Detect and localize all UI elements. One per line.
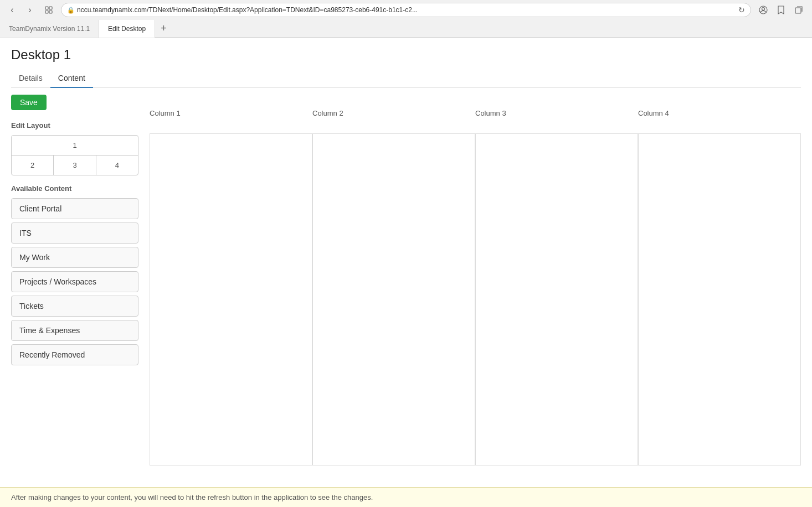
column-wrapper-3: Column 3 (475, 121, 638, 465)
app-tabs: Details Content (11, 69, 801, 88)
back-button[interactable]: ‹ (6, 3, 19, 17)
browser-tab-2[interactable]: Edit Desktop (99, 20, 155, 38)
column-wrapper-1: Column 1 (150, 121, 312, 465)
tab-manager-button[interactable] (791, 2, 806, 18)
column-3[interactable] (475, 133, 638, 465)
footer-notice-text: After making changes to your content, yo… (11, 493, 373, 501)
column-2[interactable] (312, 133, 475, 465)
svg-rect-1 (49, 7, 52, 9)
tab-bar: TeamDynamix Version 11.1 Edit Desktop + (0, 20, 812, 38)
svg-rect-3 (49, 11, 52, 13)
column-wrapper-4: Column 4 (638, 121, 801, 465)
url-text: nccu.teamdynamix.com/TDNext/Home/Desktop… (77, 6, 418, 14)
column-wrapper-2: Column 2 (312, 121, 475, 465)
browser-toolbar: ‹ › 🔒 nccu.teamdynamix.com/TDNext/Home/D… (0, 0, 812, 20)
layout-cell-2[interactable]: 2 (12, 156, 54, 175)
profile-button[interactable] (756, 2, 771, 18)
content-list: Client PortalITSMy WorkProjects / Worksp… (11, 198, 138, 365)
content-item-1[interactable]: ITS (11, 223, 138, 244)
bookmark-button[interactable] (773, 2, 789, 18)
edit-layout-label: Edit Layout (11, 121, 138, 130)
svg-point-5 (762, 8, 765, 11)
column-header-4: Column 4 (638, 109, 669, 117)
browser-right-icons (756, 2, 806, 18)
forward-button[interactable]: › (23, 3, 37, 17)
column-header-2: Column 2 (312, 109, 343, 117)
tab-details[interactable]: Details (11, 69, 50, 88)
available-content-label: Available Content (11, 184, 138, 193)
content-item-4[interactable]: Tickets (11, 296, 138, 317)
lock-icon: 🔒 (67, 7, 75, 14)
layout-row-2: 2 3 4 (12, 156, 138, 175)
content-item-0[interactable]: Client Portal (11, 198, 138, 219)
footer-notice: After making changes to your content, yo… (0, 487, 812, 506)
left-panel: Edit Layout 1 2 3 4 Available Content Cl… (11, 121, 138, 369)
layout-row-1: 1 (12, 136, 138, 156)
svg-rect-0 (45, 7, 48, 9)
column-4[interactable] (638, 133, 801, 465)
content-item-2[interactable]: My Work (11, 247, 138, 268)
content-item-6[interactable]: Recently Removed (11, 344, 138, 365)
layout-grid: 1 2 3 4 (11, 135, 138, 175)
save-button[interactable]: Save (11, 95, 47, 110)
column-header-3: Column 3 (475, 109, 506, 117)
reload-button[interactable]: ↻ (738, 6, 745, 14)
column-1[interactable] (150, 133, 312, 465)
layout-cell-full[interactable]: 1 (12, 136, 138, 155)
edit-area: Edit Layout 1 2 3 4 Available Content Cl… (11, 121, 801, 465)
svg-rect-6 (795, 8, 801, 13)
tab-content[interactable]: Content (50, 69, 93, 88)
address-bar[interactable]: 🔒 nccu.teamdynamix.com/TDNext/Home/Deskt… (61, 3, 751, 17)
browser-tab-1[interactable]: TeamDynamix Version 11.1 (0, 20, 99, 38)
content-item-5[interactable]: Time & Expenses (11, 320, 138, 341)
view-button[interactable] (41, 2, 56, 18)
content-item-3[interactable]: Projects / Workspaces (11, 271, 138, 292)
new-tab-button[interactable]: + (155, 20, 172, 38)
layout-cell-3[interactable]: 3 (54, 156, 96, 175)
columns-area: Column 1Column 2Column 3Column 4 (150, 121, 801, 465)
page-title: Desktop 1 (11, 47, 801, 63)
layout-cell-4[interactable]: 4 (96, 156, 138, 175)
column-header-1: Column 1 (150, 109, 181, 117)
page-content: Desktop 1 Details Content Save Edit Layo… (0, 38, 812, 506)
svg-rect-2 (45, 11, 48, 13)
browser-chrome: ‹ › 🔒 nccu.teamdynamix.com/TDNext/Home/D… (0, 0, 812, 38)
